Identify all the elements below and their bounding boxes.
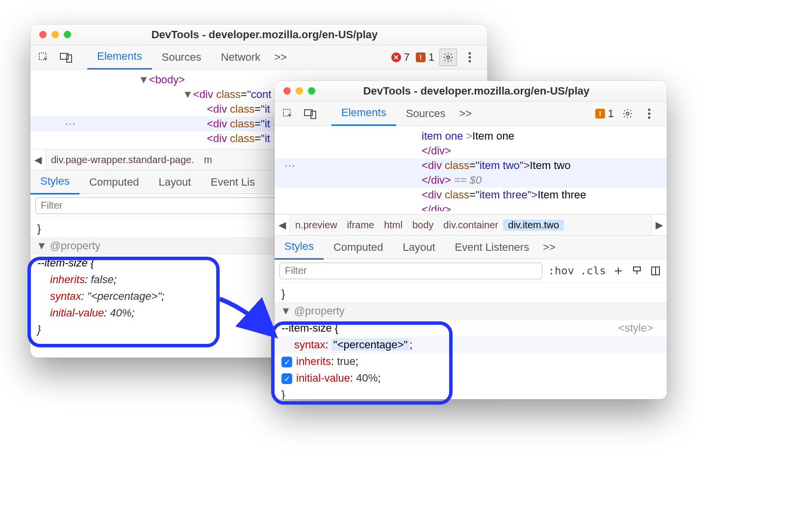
hov-button[interactable]: :hov: [548, 265, 574, 277]
svg-point-11: [648, 108, 651, 111]
svg-point-5: [469, 56, 471, 58]
subtab-computed[interactable]: Computed: [324, 235, 393, 260]
crumb-scroll-left-icon[interactable]: ◀: [275, 215, 290, 235]
crumb-item[interactable]: html: [379, 219, 407, 231]
checkbox-initial[interactable]: ✓: [281, 373, 292, 384]
tabs-more-icon[interactable]: >>: [270, 51, 291, 64]
svg-point-12: [648, 112, 651, 115]
kebab-icon[interactable]: [640, 105, 658, 122]
svg-point-4: [469, 52, 471, 54]
crumb-item[interactable]: div.page-wrapper.standard-page.: [46, 154, 199, 166]
zoom-icon[interactable]: [308, 87, 315, 95]
warning-badge[interactable]: !1: [416, 51, 434, 64]
crumb-scroll-left-icon[interactable]: ◀: [30, 149, 46, 170]
inspect-icon[interactable]: [37, 51, 50, 64]
minimize-icon[interactable]: [296, 87, 303, 95]
device-toggle-icon[interactable]: [60, 51, 73, 64]
svg-rect-9: [311, 111, 316, 119]
styles-filter-bar: :hov .cls: [275, 259, 667, 283]
warning-count: 1: [429, 51, 434, 64]
subtab-layout[interactable]: Layout: [393, 235, 445, 260]
crumb-item[interactable]: m: [199, 154, 217, 166]
title-bar: DevTools - developer.mozilla.org/en-US/p…: [275, 81, 667, 101]
subtab-event[interactable]: Event Lis: [201, 170, 265, 194]
dom-tree[interactable]: item one >Item one </div> ⋯<div class="i…: [275, 126, 667, 214]
subtab-styles[interactable]: Styles: [30, 170, 79, 194]
minimize-icon[interactable]: [51, 31, 59, 38]
close-icon[interactable]: [283, 87, 291, 95]
warning-badge[interactable]: !1: [595, 107, 614, 120]
svg-point-6: [469, 60, 471, 62]
breadcrumb[interactable]: ◀ n.preview iframe html body div.contain…: [275, 214, 667, 236]
styles-panel[interactable]: } ▼@property <style>--item-size { syntax…: [275, 283, 667, 399]
styles-filter-input[interactable]: [35, 197, 280, 214]
subtab-event[interactable]: Event Listeners: [445, 235, 539, 260]
main-toolbar: Elements Sources Network >> ✕7 !1: [30, 45, 487, 70]
window-title: DevTools - developer.mozilla.org/en-US/p…: [71, 28, 487, 41]
subtab-styles[interactable]: Styles: [275, 235, 324, 260]
svg-rect-14: [633, 267, 640, 271]
cls-button[interactable]: .cls: [580, 265, 606, 277]
rule-selector[interactable]: <style>--item-size {: [275, 320, 667, 337]
paint-icon[interactable]: [631, 265, 643, 277]
tab-sources[interactable]: Sources: [152, 45, 211, 70]
tabs-more-icon[interactable]: >>: [455, 107, 476, 120]
tab-elements[interactable]: Elements: [331, 101, 396, 126]
at-property-section[interactable]: ▼@property: [275, 302, 667, 320]
traffic-lights: [275, 87, 315, 95]
traffic-lights: [30, 31, 71, 38]
tab-sources[interactable]: Sources: [396, 101, 456, 126]
checkbox-inherits[interactable]: ✓: [281, 357, 292, 367]
new-style-rule-icon[interactable]: [612, 265, 625, 277]
crumb-item[interactable]: n.preview: [290, 219, 342, 231]
device-toggle-icon[interactable]: [304, 107, 317, 120]
window-title: DevTools - developer.mozilla.org/en-US/p…: [315, 85, 667, 97]
inspect-icon[interactable]: [281, 107, 294, 120]
styles-filter-input[interactable]: [279, 263, 542, 279]
kebab-icon[interactable]: [461, 48, 479, 66]
settings-button[interactable]: [439, 48, 457, 66]
zoom-icon[interactable]: [64, 31, 71, 38]
tab-network[interactable]: Network: [211, 45, 270, 70]
svg-point-10: [626, 112, 629, 115]
devtools-window-two: DevTools - developer.mozilla.org/en-US/p…: [275, 81, 667, 399]
warning-count: 1: [608, 107, 614, 120]
crumb-item[interactable]: div.container: [438, 219, 503, 231]
svg-rect-2: [67, 55, 72, 62]
close-icon[interactable]: [39, 31, 47, 38]
style-source[interactable]: <style>: [618, 322, 660, 335]
title-bar: DevTools - developer.mozilla.org/en-US/p…: [30, 24, 487, 45]
subtab-more-icon[interactable]: >>: [539, 241, 559, 254]
crumb-item-selected[interactable]: div.item.two: [503, 219, 564, 231]
subtab-computed[interactable]: Computed: [79, 170, 149, 194]
svg-point-3: [447, 56, 450, 59]
svg-point-13: [648, 116, 651, 119]
crumb-item[interactable]: iframe: [342, 219, 380, 231]
dots-icon[interactable]: ⋯: [284, 159, 295, 172]
styles-subtabs: Styles Computed Layout Event Listeners >…: [275, 236, 667, 259]
subtab-layout[interactable]: Layout: [149, 170, 201, 194]
crumb-item[interactable]: body: [407, 219, 438, 231]
computed-toggle-icon[interactable]: [649, 265, 662, 277]
error-badge[interactable]: ✕7: [391, 51, 410, 64]
error-count: 7: [404, 51, 410, 64]
crumb-scroll-right-icon[interactable]: ▶: [651, 215, 667, 235]
settings-button[interactable]: [619, 105, 636, 122]
tab-elements[interactable]: Elements: [87, 45, 152, 70]
dots-icon[interactable]: ⋯: [65, 118, 76, 130]
main-toolbar: Elements Sources >> !1: [275, 101, 667, 126]
